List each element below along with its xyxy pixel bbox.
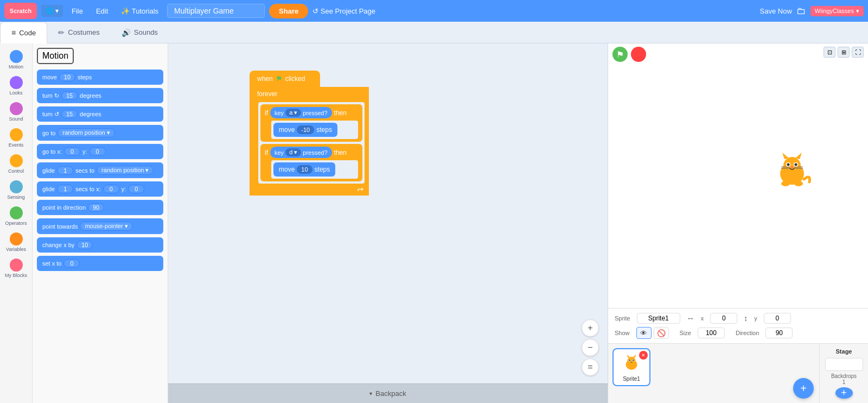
edit-menu[interactable]: Edit	[92, 5, 112, 17]
sprite-list-area: ✕ Sprite1 +	[608, 343, 868, 403]
key-pressed-1[interactable]: key a ▾ pressed?	[270, 107, 332, 118]
add-sprite-button[interactable]: +	[793, 378, 814, 399]
motion-label: Motion	[9, 64, 23, 70]
change-x-input[interactable]: 10	[76, 241, 93, 249]
category-variables[interactable]: Variables	[1, 230, 31, 254]
user-avatar[interactable]: WiingyClasses ▾	[810, 6, 864, 16]
if-block-2[interactable]: if key d ▾ pressed? then move	[260, 144, 362, 181]
globe-button[interactable]: 🌐 ▾	[41, 5, 63, 17]
block-set-x[interactable]: set x to 0	[37, 256, 163, 271]
zoom-reset-button[interactable]: =	[582, 358, 599, 376]
move-block-2[interactable]: move 10 steps	[273, 162, 335, 177]
category-sensing[interactable]: Sensing	[1, 178, 31, 202]
fullscreen-button[interactable]: ⛶	[852, 47, 864, 58]
sounds-icon: 🔊	[122, 28, 131, 37]
code-tab-label: Code	[19, 29, 36, 37]
y-value-input[interactable]	[764, 313, 791, 324]
size-input[interactable]	[698, 328, 725, 338]
forever-block[interactable]: forever if key a ▾ pressed?	[250, 87, 369, 196]
block-change-x[interactable]: change x by 10	[37, 237, 163, 253]
move-label: move	[42, 74, 57, 80]
block-goto[interactable]: go to random position ▾	[37, 125, 163, 141]
sprite-delete-button[interactable]: ✕	[639, 351, 648, 360]
when-flag-block[interactable]: when ⚑ clicked	[250, 71, 320, 87]
if-block-1[interactable]: if key a ▾ pressed? then move	[260, 104, 362, 142]
category-looks[interactable]: Looks	[1, 74, 31, 98]
stage-panel-label: Stage	[836, 348, 852, 355]
green-flag-button[interactable]: ⚑	[612, 47, 628, 62]
category-events[interactable]: Events	[1, 126, 31, 150]
turn-cw-input[interactable]: 15	[61, 91, 78, 100]
goto-dropdown[interactable]: random position ▾	[58, 128, 114, 137]
expand-view-button[interactable]: ⊞	[838, 47, 850, 58]
x-value-input[interactable]	[710, 313, 737, 324]
move1-value[interactable]: -10	[297, 125, 314, 134]
block-point-towards[interactable]: point towards mouse-pointer ▾	[37, 218, 163, 234]
project-name-input[interactable]	[167, 4, 265, 18]
stage-panel: Stage Backdrops 1 +	[819, 344, 868, 403]
forever-label: forever	[250, 87, 369, 101]
set-x-input[interactable]: 0	[63, 259, 80, 268]
turn-ccw-label: turn ↺	[42, 111, 59, 118]
sprite-list: ✕ Sprite1	[608, 344, 819, 403]
glide-y-input[interactable]: 0	[128, 185, 144, 193]
block-point-dir[interactable]: point in direction 90	[37, 200, 163, 215]
stage-thumb[interactable]	[825, 358, 863, 371]
point-dir-input[interactable]: 90	[88, 203, 104, 212]
category-sound[interactable]: Sound	[1, 100, 31, 124]
block-glide[interactable]: glide 1 secs to random position ▾	[37, 162, 163, 178]
add-backdrop-button[interactable]: +	[835, 387, 853, 399]
category-myblocks[interactable]: My Blocks	[1, 256, 31, 280]
category-motion[interactable]: Motion	[1, 48, 31, 72]
folder-button[interactable]: 🗀	[796, 5, 806, 17]
block-goto-xy[interactable]: go to x: 0 y: 0	[37, 144, 163, 159]
move-steps-input[interactable]: 10	[59, 73, 75, 81]
glide-dropdown[interactable]: random position ▾	[97, 166, 154, 175]
category-operators[interactable]: Operators	[1, 204, 31, 228]
sprite-thumb-sprite1[interactable]: ✕ Sprite1	[612, 348, 650, 386]
goto-x-input[interactable]: 0	[64, 147, 80, 156]
turn-ccw-input[interactable]: 15	[61, 110, 78, 118]
direction-input[interactable]	[765, 328, 793, 338]
operators-label: Operators	[5, 221, 27, 226]
point-towards-dropdown[interactable]: mouse-pointer ▾	[80, 222, 132, 231]
goto-y-input[interactable]: 0	[90, 147, 106, 156]
goto-xy-label: go to x:	[42, 148, 62, 155]
block-glide-xy[interactable]: glide 1 secs to x: 0 y: 0	[37, 181, 163, 197]
glide-xy-label: glide	[42, 186, 55, 192]
block-turn-cw[interactable]: turn ↻ 15 degrees	[37, 88, 163, 103]
tab-sounds[interactable]: 🔊 Sounds	[111, 22, 169, 43]
shrink-view-button[interactable]: ⊡	[824, 47, 835, 58]
key1-label: key	[275, 110, 284, 116]
share-button[interactable]: Share	[269, 4, 308, 18]
zoom-out-button[interactable]: −	[582, 339, 599, 356]
sprite-name-input[interactable]	[637, 313, 680, 324]
tab-code[interactable]: ≡ Code	[0, 22, 47, 43]
show-hidden-button[interactable]: 🚫	[654, 327, 669, 339]
category-control[interactable]: Control	[1, 152, 31, 176]
block-turn-ccw[interactable]: turn ↺ 15 degrees	[37, 106, 163, 122]
clicked-label: clicked	[285, 75, 305, 83]
backpack-bar[interactable]: ▾ Backpack	[168, 383, 608, 403]
scratch-logo[interactable]: Scratch	[4, 3, 37, 19]
save-now-button[interactable]: Save Now	[760, 7, 792, 15]
code-canvas[interactable]: when ⚑ clicked forever if key	[168, 43, 608, 381]
tutorials-button[interactable]: ✨ Tutorials	[117, 5, 163, 17]
zoom-in-button[interactable]: +	[582, 319, 599, 337]
svg-point-1	[783, 157, 801, 174]
move2-value[interactable]: 10	[297, 165, 312, 174]
block-move[interactable]: move 10 steps	[37, 70, 163, 85]
see-project-button[interactable]: ↺ See Project Page	[312, 7, 375, 15]
expand-icon: ▾	[369, 391, 372, 396]
tab-costumes[interactable]: ✏ Costumes	[47, 22, 111, 43]
key-pressed-2[interactable]: key d ▾ pressed?	[270, 147, 332, 158]
key2-value[interactable]: d ▾	[285, 148, 301, 156]
glide-xy-secs-input[interactable]: 1	[57, 185, 73, 193]
glide-x-input[interactable]: 0	[103, 185, 119, 193]
stop-button[interactable]	[631, 47, 646, 62]
show-visible-button[interactable]: 👁	[636, 327, 652, 339]
key1-value[interactable]: a ▾	[285, 109, 301, 117]
file-menu[interactable]: File	[67, 5, 87, 17]
glide-secs-input[interactable]: 1	[57, 166, 73, 175]
move-block-1[interactable]: move -10 steps	[273, 123, 337, 137]
